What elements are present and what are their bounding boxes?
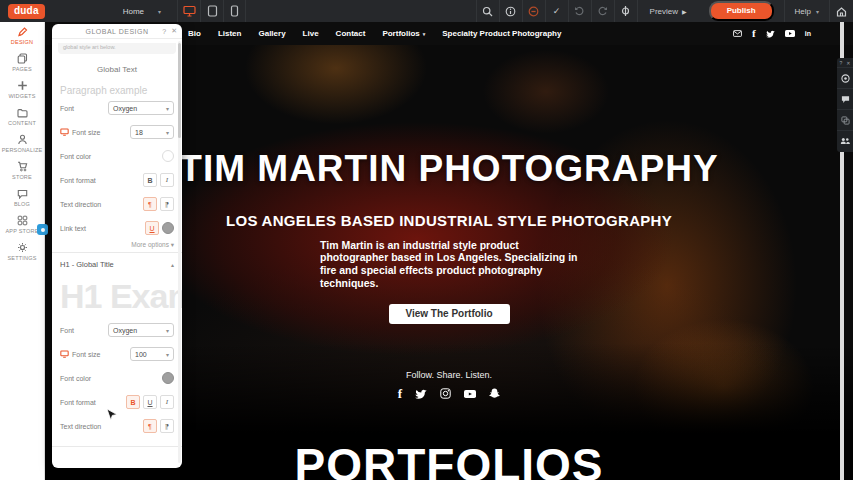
font-format-label: Font format <box>60 177 96 184</box>
paragraph-font-color-swatch[interactable] <box>162 150 174 162</box>
facebook-icon[interactable]: f <box>398 387 402 400</box>
blog-bubble-icon <box>17 189 28 199</box>
ltr-direction-button[interactable]: ¶ <box>143 197 157 211</box>
layers-icon[interactable] <box>837 109 853 130</box>
h1-ltr-direction-button[interactable]: ¶ <box>143 419 157 433</box>
toolbar-help-icon[interactable]: ? <box>840 60 843 66</box>
search-icon[interactable] <box>476 0 499 22</box>
linkedin-icon[interactable]: in <box>805 30 811 37</box>
chevron-down-icon: ▾ <box>158 8 161 15</box>
publish-button[interactable]: Publish <box>709 1 774 21</box>
sidebar-item-content[interactable]: CONTENT <box>0 103 44 130</box>
sidebar-item-settings[interactable]: SETTINGS <box>0 238 44 265</box>
page-selector[interactable]: Home ▾ <box>123 7 161 16</box>
h1-font-color-swatch[interactable] <box>162 372 174 384</box>
text-direction-label: Text direction <box>60 423 101 430</box>
h1-font-size-select[interactable]: 100 ▾ <box>130 347 174 361</box>
personalize-user-icon <box>17 134 28 145</box>
panel-scrollbar[interactable] <box>178 41 181 463</box>
app-store-notification-badge[interactable] <box>37 224 48 235</box>
comments-icon[interactable] <box>837 88 853 109</box>
youtube-icon[interactable] <box>464 390 476 398</box>
paragraph-style-preview[interactable]: Paragraph example <box>60 85 174 96</box>
screenshot-icon[interactable] <box>837 67 853 88</box>
h1-font-select[interactable]: Oxygen ▾ <box>108 323 174 337</box>
hero-title[interactable]: TIM MARTIN PHOTOGRAPHY <box>179 149 718 190</box>
editor-sidebar: DESIGN PAGES WIDGETS CONTENT PERSONALIZE… <box>0 22 45 480</box>
youtube-icon[interactable] <box>785 30 795 37</box>
font-color-label: Font color <box>60 375 91 382</box>
panel-help-icon[interactable]: ? <box>162 28 166 35</box>
dashboard-home-icon[interactable] <box>829 0 853 22</box>
nav-link-specialty[interactable]: Specialty Product Photography <box>442 29 561 38</box>
font-label: Font <box>60 327 74 334</box>
h1-italic-button[interactable]: I <box>160 395 174 409</box>
sidebar-item-widgets[interactable]: WIDGETS <box>0 76 44 103</box>
more-options-link[interactable]: More options ▾ <box>60 241 174 249</box>
mobile-view-button[interactable] <box>223 0 246 22</box>
instagram-icon[interactable] <box>440 388 451 399</box>
device-override-icon <box>60 350 69 358</box>
play-icon: ▶ <box>682 8 687 15</box>
chevron-down-icon: ▾ <box>816 8 819 15</box>
panel-title: GLOBAL DESIGN <box>85 28 148 35</box>
hero-paragraph[interactable]: Tim Martin is an industrial style produc… <box>320 239 578 290</box>
panel-close-icon[interactable]: ✕ <box>171 27 177 35</box>
email-icon[interactable] <box>733 30 742 37</box>
preview-button[interactable]: Preview ▶ <box>637 0 699 22</box>
rtl-direction-button[interactable]: ¶ <box>160 197 174 211</box>
chevron-down-icon: ▾ <box>171 241 174 248</box>
undo-icon[interactable] <box>568 0 591 22</box>
nav-link-contact[interactable]: Contact <box>336 29 366 38</box>
save-check-icon[interactable]: ✓ <box>545 0 568 22</box>
editor-topbar: duda Home ▾ ✓ Preview ▶ Publish Help <box>0 0 853 22</box>
desktop-view-button[interactable] <box>177 0 200 22</box>
bold-button[interactable]: B <box>143 173 157 187</box>
sidebar-item-blog[interactable]: BLOG <box>0 184 44 211</box>
info-icon[interactable] <box>499 0 522 22</box>
redo-icon[interactable] <box>591 0 614 22</box>
h1-underline-button[interactable]: U <box>143 395 157 409</box>
sidebar-item-store[interactable]: STORE <box>0 157 44 184</box>
link-color-swatch[interactable] <box>162 222 174 234</box>
notifications-icon[interactable] <box>522 0 545 22</box>
sidebar-item-personalize[interactable]: PERSONALIZE <box>0 130 44 157</box>
sidebar-item-pages[interactable]: PAGES <box>0 49 44 76</box>
help-menu[interactable]: Help ▾ <box>784 0 829 22</box>
global-text-heading: Global Text <box>52 65 182 74</box>
link-underline-button[interactable]: U <box>145 221 159 235</box>
nav-link-gallery[interactable]: Gallery <box>258 29 285 38</box>
dev-mode-icon[interactable] <box>614 0 637 22</box>
paragraph-font-size-select[interactable]: 18 ▾ <box>130 125 174 139</box>
follow-text: Follow. Share. Listen. <box>406 370 492 380</box>
nav-link-bio[interactable]: Bio <box>188 29 201 38</box>
duda-logo[interactable]: duda <box>8 4 45 19</box>
tablet-view-button[interactable] <box>200 0 223 22</box>
chevron-down-icon: ▾ <box>166 351 169 358</box>
h1-section-header[interactable]: H1 - Global Title ▴ <box>60 257 174 271</box>
twitter-icon[interactable] <box>415 389 427 399</box>
settings-gear-icon <box>17 242 28 253</box>
snapchat-icon[interactable] <box>489 388 500 399</box>
h1-style-preview[interactable]: H1 Example <box>60 274 182 318</box>
nav-link-live[interactable]: Live <box>303 29 319 38</box>
team-icon[interactable] <box>837 130 853 151</box>
font-size-label: Font size <box>72 129 100 136</box>
font-label: Font <box>60 105 74 112</box>
nav-link-listen[interactable]: Listen <box>218 29 242 38</box>
twitter-icon[interactable] <box>766 30 775 38</box>
chevron-down-icon: ▾ <box>166 327 169 334</box>
h1-rtl-direction-button[interactable]: ¶ <box>160 419 174 433</box>
link-text-label: Link text <box>60 225 86 232</box>
nav-link-portfolios[interactable]: Portfolios▾ <box>382 29 425 38</box>
h1-bold-button[interactable]: B <box>126 395 140 409</box>
paragraph-font-select[interactable]: Oxygen ▾ <box>108 101 174 115</box>
toolbar-close-icon[interactable]: ✕ <box>846 60 850 66</box>
sidebar-item-design[interactable]: DESIGN <box>0 22 44 49</box>
mouse-cursor <box>106 409 117 427</box>
italic-button[interactable]: I <box>160 173 174 187</box>
panel-info-note: global style art below. <box>58 43 176 54</box>
facebook-icon[interactable]: f <box>752 28 756 39</box>
view-portfolio-button[interactable]: View The Portfolio <box>389 304 510 324</box>
hero-subtitle[interactable]: LOS ANGELES BASED INDUSTRIAL STYLE PHOTO… <box>226 212 672 229</box>
